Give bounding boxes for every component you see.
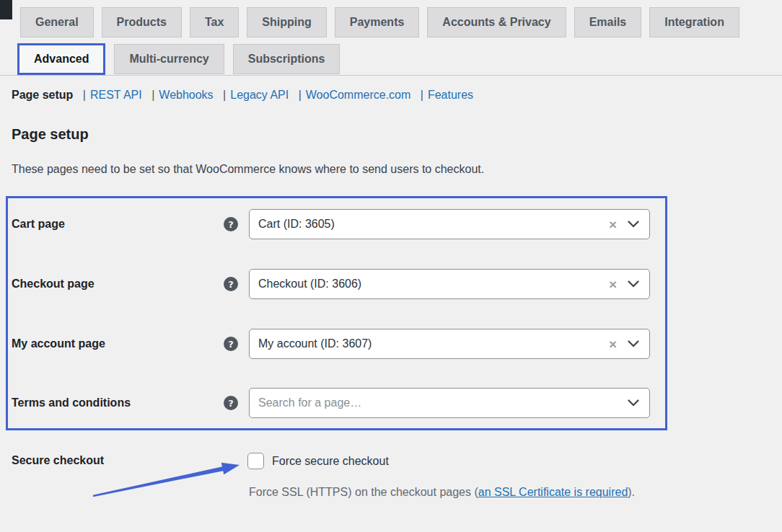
clear-icon[interactable]: × — [609, 278, 617, 291]
cart-page-label: Cart page — [12, 209, 65, 239]
checkout-page-select[interactable]: Checkout (ID: 3606) × — [249, 269, 650, 299]
my-account-page-selected-value: My account (ID: 3607) — [258, 337, 609, 350]
terms-and-conditions-row: Terms and conditions ? — [8, 388, 665, 418]
settings-tabs-row2: Advanced Multi-currency Subscriptions — [17, 44, 340, 75]
tab-subscriptions[interactable]: Subscriptions — [233, 44, 341, 74]
cart-page-select[interactable]: Cart (ID: 3605) × — [249, 209, 650, 239]
tab-advanced[interactable]: Advanced — [17, 43, 105, 75]
help-icon[interactable]: ? — [224, 217, 238, 231]
my-account-page-label: My account page — [12, 329, 105, 359]
subnav-separator: | — [299, 89, 302, 101]
tabs-divider — [0, 75, 782, 76]
chevron-down-icon[interactable] — [628, 280, 639, 288]
terms-and-conditions-label: Terms and conditions — [12, 388, 131, 418]
woocommerce-settings-page: General Products Tax Shipping Payments A… — [0, 0, 782, 532]
chevron-down-icon[interactable] — [628, 340, 639, 347]
help-icon[interactable]: ? — [224, 396, 238, 410]
page-setup-highlight-box: Cart page ? Cart (ID: 3605) × Checkout p… — [6, 196, 667, 430]
subnav-separator: | — [223, 89, 226, 101]
admin-menu-edge — [0, 0, 12, 19]
tab-multi-currency[interactable]: Multi-currency — [114, 44, 224, 74]
checkout-page-label: Checkout page — [12, 269, 95, 299]
annotation-arrow — [72, 454, 252, 505]
tab-shipping[interactable]: Shipping — [247, 7, 326, 37]
advanced-subnav: Page setup |REST API |Webhooks |Legacy A… — [12, 88, 473, 102]
settings-tabs-row1: General Products Tax Shipping Payments A… — [20, 7, 739, 37]
tab-integration[interactable]: Integration — [649, 7, 739, 37]
help-text-suffix: ). — [628, 486, 635, 498]
subnav-current-page-setup: Page setup — [12, 89, 73, 101]
subnav-link-rest-api[interactable]: REST API — [90, 89, 142, 101]
subnav-link-features[interactable]: Features — [428, 89, 473, 101]
checkout-page-row: Checkout page ? Checkout (ID: 3606) × — [8, 269, 665, 299]
page-title: Page setup — [12, 126, 89, 143]
checkout-page-selected-value: Checkout (ID: 3606) — [258, 278, 609, 291]
tab-products[interactable]: Products — [102, 7, 182, 37]
page-description: These pages need to be set so that WooCo… — [12, 163, 484, 176]
clear-icon[interactable]: × — [609, 218, 617, 231]
subnav-separator: | — [83, 89, 86, 101]
my-account-page-row: My account page ? My account (ID: 3607) … — [8, 329, 665, 359]
tab-tax[interactable]: Tax — [190, 7, 239, 37]
cart-page-selected-value: Cart (ID: 3605) — [258, 218, 609, 231]
help-icon[interactable]: ? — [224, 277, 238, 291]
terms-page-search-select[interactable] — [249, 388, 650, 418]
tab-payments[interactable]: Payments — [335, 7, 420, 37]
subnav-link-webhooks[interactable]: Webhooks — [159, 89, 213, 101]
my-account-page-select[interactable]: My account (ID: 3607) × — [249, 329, 650, 359]
secure-checkout-help: Force SSL (HTTPS) on the checkout pages … — [249, 486, 635, 499]
ssl-certificate-link[interactable]: an SSL Certificate is required — [478, 486, 628, 498]
subnav-separator: | — [421, 89, 423, 101]
clear-icon[interactable]: × — [609, 337, 617, 351]
force-secure-checkout-text: Force secure checkout — [272, 455, 389, 468]
tab-general[interactable]: General — [20, 7, 94, 37]
tab-accounts-privacy[interactable]: Accounts & Privacy — [427, 7, 566, 37]
subnav-link-woocommerce-com[interactable]: WooCommerce.com — [306, 89, 411, 101]
cart-page-row: Cart page ? Cart (ID: 3605) × — [8, 209, 665, 239]
tab-emails[interactable]: Emails — [574, 7, 642, 37]
help-icon[interactable]: ? — [224, 337, 238, 351]
terms-page-search-input[interactable] — [258, 396, 628, 409]
help-text-prefix: Force SSL (HTTPS) on the checkout pages … — [249, 486, 478, 498]
chevron-down-icon[interactable] — [628, 399, 639, 407]
subnav-separator: | — [151, 89, 154, 101]
chevron-down-icon[interactable] — [628, 221, 639, 228]
subnav-link-legacy-api[interactable]: Legacy API — [230, 89, 289, 101]
